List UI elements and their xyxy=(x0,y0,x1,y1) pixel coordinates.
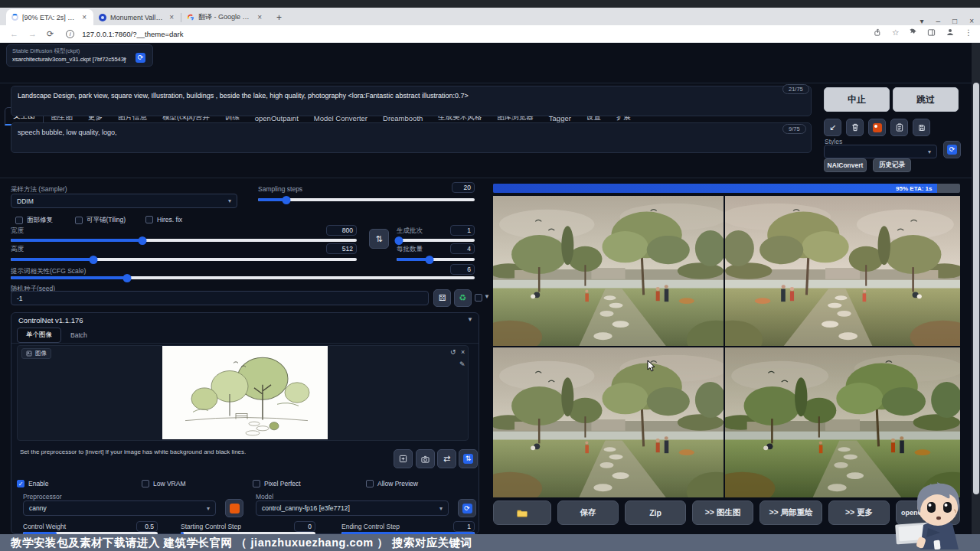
preprocessor-dropdown[interactable]: canny ▾ xyxy=(23,500,216,516)
collapse-icon[interactable]: ▼ xyxy=(467,316,473,323)
apply-style-button[interactable] xyxy=(890,119,908,136)
width-value[interactable]: 800 xyxy=(326,225,357,236)
styles-refresh-button[interactable]: ⟳ xyxy=(943,141,961,158)
generated-image-1[interactable] xyxy=(493,196,724,346)
window-chevron-icon[interactable]: ▾ xyxy=(920,17,924,25)
share-icon[interactable] xyxy=(874,28,882,37)
tab-title: Monument Valley-ArtStyle LoR xyxy=(110,14,164,21)
width-slider[interactable] xyxy=(11,239,357,242)
skip-button[interactable]: 跳过 xyxy=(893,87,959,112)
webcam-button[interactable] xyxy=(416,449,435,468)
remove-image-icon[interactable]: × xyxy=(461,348,465,356)
forward-icon[interactable]: → xyxy=(28,29,37,38)
cfg-scale-value[interactable]: 6 xyxy=(450,264,475,275)
clear-prompt-button[interactable] xyxy=(846,119,864,136)
controlnet-title[interactable]: ControlNet v1.1.176 xyxy=(18,316,83,324)
extra-networks-button[interactable] xyxy=(868,119,886,136)
controlnet-enable-checkbox[interactable]: ✓Enable xyxy=(17,480,48,487)
height-slider[interactable] xyxy=(11,258,357,261)
controlnet-tab-single-image[interactable]: 单个图像 xyxy=(17,328,61,343)
window-close-icon[interactable]: × xyxy=(969,17,974,25)
tiling-checkbox[interactable]: 可平铺(Tiling) xyxy=(75,216,126,225)
controlnet-model-dropdown[interactable]: control_canny-fp16 [e3fe7712] ▾ xyxy=(256,500,449,516)
back-icon[interactable]: ← xyxy=(10,29,18,38)
bookmark-star-icon[interactable]: ☆ xyxy=(892,28,899,37)
save-image-button[interactable]: 保存 xyxy=(557,500,619,525)
window-maximize-icon[interactable]: □ xyxy=(952,17,957,25)
restore-faces-checkbox[interactable]: 面部修复 xyxy=(15,216,53,225)
nai-convert-button[interactable]: NAIConvert xyxy=(824,158,867,172)
prompt-textarea[interactable]: Landscape Design, park view, square view… xyxy=(11,86,812,116)
allow-preview-checkbox[interactable]: Allow Preview xyxy=(366,480,418,487)
controlnet-model-refresh-button[interactable]: ⟳ xyxy=(458,499,476,517)
swap-dimensions-button[interactable]: ⇅ xyxy=(369,229,389,249)
close-tab-icon[interactable]: × xyxy=(168,13,175,21)
browser-tab-1[interactable]: [90% ETA: 2s] Stable Diffusion × xyxy=(6,9,93,25)
batch-size-value[interactable]: 4 xyxy=(450,243,475,254)
new-tab-button[interactable]: + xyxy=(276,12,282,23)
hires-fix-checkbox[interactable]: Hires. fix xyxy=(145,216,182,223)
batch-count-value[interactable]: 1 xyxy=(450,225,475,236)
random-seed-button[interactable]: ⚄ xyxy=(433,289,451,307)
edit-image-icon[interactable]: ✎ xyxy=(459,360,466,368)
sampler-dropdown[interactable]: DDIM ▾ xyxy=(11,194,237,208)
extra-seed-checkbox[interactable] xyxy=(475,294,482,302)
new-canvas-icon xyxy=(399,455,407,463)
scrollbar-thumb[interactable] xyxy=(973,83,979,494)
styles-dropdown[interactable]: ▾ xyxy=(824,145,937,158)
send-to-inpaint-button[interactable]: >> 局部重绘 xyxy=(760,500,822,525)
refresh-icon: ⟳ xyxy=(462,504,472,514)
steps-value[interactable]: 20 xyxy=(452,182,475,193)
progress-text: 95% ETA: 1s xyxy=(896,185,932,192)
reuse-seed-button[interactable]: ♻ xyxy=(454,289,472,307)
negative-prompt-textarea[interactable]: speech bubble, low quality, logo, xyxy=(11,122,812,153)
send-to-extras-button[interactable]: >> 更多 xyxy=(828,500,890,525)
controlnet-tab-batch[interactable]: Batch xyxy=(70,331,87,339)
generated-image-2[interactable] xyxy=(725,196,960,346)
batch-size-slider[interactable] xyxy=(397,258,475,261)
height-value[interactable]: 512 xyxy=(326,243,357,254)
send-dimensions-button[interactable]: ⇅ xyxy=(459,449,478,468)
ending-step-value[interactable]: 1 xyxy=(453,521,475,532)
side-panel-icon[interactable] xyxy=(927,28,936,37)
pixel-perfect-checkbox[interactable]: Pixel Perfect xyxy=(253,480,301,487)
browser-tab-2[interactable]: Monument Valley-ArtStyle LoR × xyxy=(93,9,181,25)
browser-tab-strip: [90% ETA: 2s] Stable Diffusion × Monumen… xyxy=(0,8,980,25)
close-tab-icon[interactable]: × xyxy=(256,13,263,21)
profile-avatar-icon[interactable] xyxy=(946,28,955,37)
window-minimize-icon[interactable]: – xyxy=(936,17,941,25)
control-weight-value[interactable]: 0.5 xyxy=(136,521,158,532)
chevron-down-icon: ▾ xyxy=(207,505,210,512)
run-preprocessor-button[interactable] xyxy=(225,499,243,517)
address-bar[interactable]: 127.0.0.1:7860/?__theme=dark xyxy=(82,30,183,38)
reset-image-icon[interactable]: ↺ xyxy=(450,348,456,356)
cfg-scale-slider[interactable] xyxy=(11,276,475,279)
starting-step-value[interactable]: 0 xyxy=(294,521,315,532)
collapse-icon[interactable]: ▼ xyxy=(484,293,490,300)
low-vram-checkbox[interactable]: Low VRAM xyxy=(142,480,186,487)
generated-image-3[interactable] xyxy=(493,347,724,497)
zip-button[interactable]: Zip xyxy=(625,500,686,525)
open-folder-button[interactable] xyxy=(493,500,551,525)
history-button[interactable]: 历史记录 xyxy=(873,158,911,172)
send-to-img2img-button[interactable]: >> 图生图 xyxy=(692,500,753,525)
batch-count-slider[interactable] xyxy=(397,239,475,242)
browser-menu-icon[interactable]: ⋮ xyxy=(965,28,973,37)
interrupt-button[interactable]: 中止 xyxy=(824,87,890,112)
steps-slider[interactable] xyxy=(258,198,475,201)
mirror-webcam-button[interactable]: ⇄ xyxy=(437,449,456,468)
reload-icon[interactable]: ⟳ xyxy=(47,29,54,39)
new-canvas-button[interactable] xyxy=(394,449,413,468)
close-tab-icon[interactable]: × xyxy=(80,13,88,21)
model-selector-value[interactable]: xsarchitecturalv3com_v31.ckpt [7bf72c554… xyxy=(12,56,127,63)
save-style-button[interactable] xyxy=(913,119,930,136)
model-refresh-button[interactable]: ⟳ xyxy=(136,53,145,63)
generated-image-4[interactable] xyxy=(725,347,960,497)
site-info-icon[interactable]: i xyxy=(66,30,74,38)
seed-input[interactable]: -1 xyxy=(11,291,429,305)
controlnet-input-image[interactable] xyxy=(162,346,328,439)
pin-extension-icon[interactable] xyxy=(910,28,917,36)
paste-generation-params-button[interactable]: ↙ xyxy=(824,119,841,136)
save-icon xyxy=(918,124,926,132)
browser-tab-3[interactable]: 翻译 - Google 搜索 × xyxy=(181,9,269,25)
